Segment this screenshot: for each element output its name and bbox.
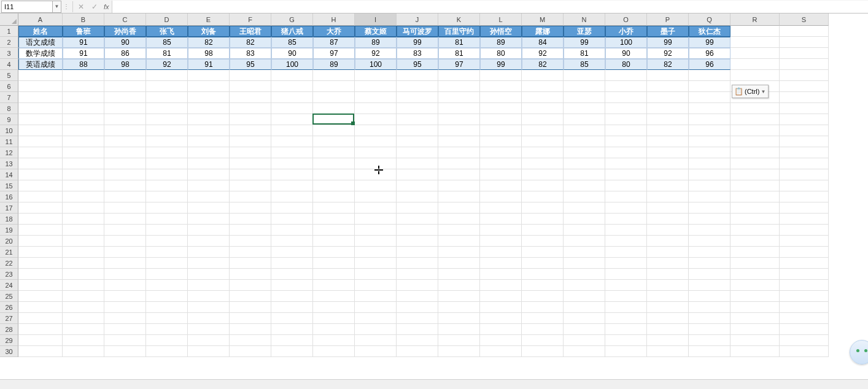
cell[interactable]: 87: [313, 37, 355, 48]
cell[interactable]: [104, 335, 146, 346]
cell[interactable]: [104, 136, 146, 147]
cell[interactable]: [188, 214, 230, 225]
cell[interactable]: [730, 335, 780, 346]
cell[interactable]: [438, 346, 480, 357]
cell[interactable]: [313, 313, 355, 324]
cell[interactable]: [689, 202, 730, 214]
cell[interactable]: [63, 136, 104, 147]
cell[interactable]: 墨子: [647, 26, 689, 37]
cell[interactable]: [271, 335, 313, 346]
cell[interactable]: [188, 180, 230, 191]
cell[interactable]: [438, 236, 480, 247]
cell[interactable]: [522, 202, 564, 214]
cell[interactable]: [271, 191, 313, 202]
cell[interactable]: 81: [438, 37, 480, 48]
cell[interactable]: [605, 147, 647, 158]
cell[interactable]: 狄仁杰: [689, 26, 730, 37]
cell[interactable]: 98: [188, 48, 230, 59]
cell[interactable]: [730, 180, 780, 191]
name-box-dropdown[interactable]: ▼: [53, 1, 61, 13]
cell[interactable]: [522, 302, 564, 313]
cell[interactable]: [480, 180, 522, 191]
cell[interactable]: [438, 324, 480, 335]
cell[interactable]: [522, 92, 564, 103]
cell[interactable]: [480, 302, 522, 313]
cell[interactable]: [780, 335, 829, 346]
cell[interactable]: [146, 70, 188, 81]
cell[interactable]: [689, 258, 730, 269]
cell[interactable]: [313, 214, 355, 225]
cell[interactable]: [605, 202, 647, 214]
row-header[interactable]: 3: [0, 48, 18, 59]
cell[interactable]: [647, 125, 689, 136]
cell[interactable]: [647, 202, 689, 214]
cell[interactable]: [647, 269, 689, 280]
cell[interactable]: [18, 92, 63, 103]
cell[interactable]: [104, 225, 146, 236]
cell[interactable]: [605, 214, 647, 225]
cell[interactable]: [18, 180, 63, 191]
cell[interactable]: [397, 180, 438, 191]
cell[interactable]: [271, 214, 313, 225]
cell[interactable]: [188, 324, 230, 335]
cell[interactable]: [438, 81, 480, 92]
cell[interactable]: [730, 48, 780, 59]
row-header[interactable]: 21: [0, 247, 18, 258]
cell[interactable]: [355, 302, 397, 313]
cell[interactable]: [355, 180, 397, 191]
cell[interactable]: 92: [146, 59, 188, 70]
paste-options-tag[interactable]: 📋 (Ctrl) ▼: [732, 85, 769, 98]
cell[interactable]: [605, 335, 647, 346]
cell[interactable]: [188, 291, 230, 302]
cell[interactable]: [647, 214, 689, 225]
cell[interactable]: [564, 125, 605, 136]
cell[interactable]: [780, 346, 829, 357]
cell[interactable]: [689, 70, 730, 81]
row-header[interactable]: 20: [0, 236, 18, 247]
cell[interactable]: [730, 280, 780, 291]
cell[interactable]: [271, 313, 313, 324]
cell[interactable]: [146, 103, 188, 114]
column-header[interactable]: E: [188, 13, 230, 26]
cell[interactable]: [730, 136, 780, 147]
cell[interactable]: [438, 147, 480, 158]
cell[interactable]: [522, 125, 564, 136]
cell[interactable]: [522, 280, 564, 291]
cell[interactable]: [564, 313, 605, 324]
cell[interactable]: [522, 313, 564, 324]
cell[interactable]: [522, 324, 564, 335]
cell[interactable]: [780, 48, 829, 59]
cell[interactable]: [730, 313, 780, 324]
cell[interactable]: [605, 103, 647, 114]
cell[interactable]: [397, 236, 438, 247]
cell[interactable]: [605, 236, 647, 247]
cell[interactable]: [564, 324, 605, 335]
cell[interactable]: [355, 313, 397, 324]
cell[interactable]: [647, 169, 689, 180]
cell[interactable]: [438, 291, 480, 302]
cell[interactable]: 99: [689, 37, 730, 48]
cell[interactable]: [188, 247, 230, 258]
cell[interactable]: [647, 147, 689, 158]
cell[interactable]: [63, 324, 104, 335]
formula-cancel-button[interactable]: ✕: [74, 1, 88, 13]
cell[interactable]: 95: [230, 59, 271, 70]
cell[interactable]: [188, 81, 230, 92]
cell[interactable]: [355, 236, 397, 247]
cell[interactable]: [689, 81, 730, 92]
cell[interactable]: 亚瑟: [564, 26, 605, 37]
cell[interactable]: [397, 81, 438, 92]
row-header[interactable]: 18: [0, 214, 18, 225]
column-header[interactable]: H: [313, 13, 355, 26]
cell[interactable]: [397, 202, 438, 214]
cell[interactable]: [313, 302, 355, 313]
cell[interactable]: [313, 70, 355, 81]
cell[interactable]: 100: [605, 37, 647, 48]
row-header[interactable]: 5: [0, 70, 18, 81]
cell[interactable]: [18, 291, 63, 302]
cell[interactable]: [188, 103, 230, 114]
cell[interactable]: [230, 302, 271, 313]
cell[interactable]: [146, 125, 188, 136]
cell[interactable]: [397, 280, 438, 291]
cell[interactable]: [780, 169, 829, 180]
